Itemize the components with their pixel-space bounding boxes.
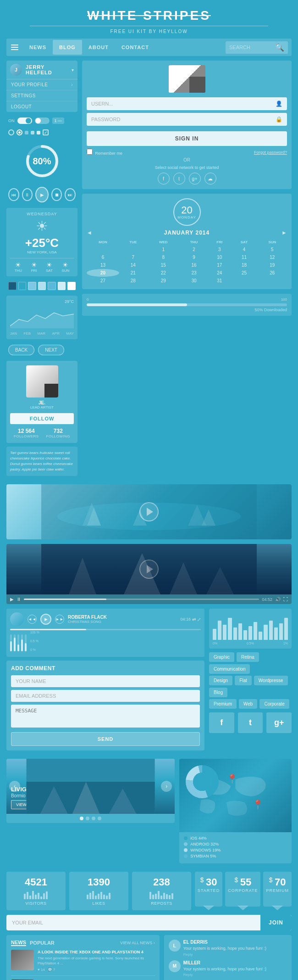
tag-retina[interactable]: Retina [237,652,259,662]
calendar-cell[interactable]: 18 [231,261,258,269]
vc-fullscreen-icon[interactable]: ⛶ [283,597,288,602]
vc-volume-icon[interactable]: 🔊 [275,597,281,602]
username-field[interactable]: 👤 [87,97,287,110]
twitter-share-btn[interactable]: t [238,712,263,733]
user-header[interactable]: J JERRY HELFELD ▾ [6,61,77,79]
radio-btn-2[interactable] [17,129,22,135]
carousel-dot-3[interactable] [92,817,95,820]
view-all-news[interactable]: VIEW ALL NEWS › [120,941,155,945]
calendar-cell[interactable]: 1 [147,246,180,253]
signin-button[interactable]: SIGN IN [87,131,287,146]
search-box[interactable]: 🔍 [226,41,288,54]
calendar-cell[interactable]: 19 [258,261,287,269]
play-btn[interactable]: ▶ [35,187,49,202]
vc-pause-btn[interactable]: ⏸ [17,597,21,602]
gplus-share-btn[interactable]: g+ [266,712,292,733]
music-shuffle-icon[interactable]: ⇄ [192,617,196,622]
calendar-cell[interactable]: 25 [231,269,258,277]
checkbox[interactable]: ✓ [43,129,49,135]
toggle-on[interactable] [17,118,32,124]
facebook-share-btn[interactable]: f [209,712,234,733]
tag-flat[interactable]: Flat [235,676,252,685]
carousel-dot-4[interactable] [98,817,101,820]
eq-slider-4[interactable] [21,634,23,651]
calendar-cell[interactable]: 2 [180,246,209,253]
rewind-btn[interactable]: ⏮ [8,188,19,201]
comment-reply-1[interactable]: Reply [183,952,266,957]
calendar-cell[interactable]: 17 [208,261,231,269]
calendar-cell[interactable]: 3 [208,246,231,253]
menu-icon[interactable] [6,45,23,50]
calendar-cell[interactable]: 26 [258,269,287,277]
calendar-cell[interactable]: 14 [119,261,147,269]
nav-item-blog[interactable]: BLOG [53,40,82,55]
tag-communication[interactable]: Communication [209,664,250,674]
calendar-cell[interactable]: 15 [147,261,180,269]
carousel-next-btn[interactable]: › [161,781,172,792]
calendar-cell[interactable]: 13 [87,261,119,269]
square-indicator-3[interactable] [37,131,40,134]
toggle-off[interactable] [35,118,50,124]
comment-message-textarea[interactable] [11,705,200,728]
swatch-4[interactable] [38,282,46,290]
swatch-5[interactable] [48,282,56,290]
tag-wordpresse[interactable]: Wordpresse [254,676,288,685]
calendar-prev-btn[interactable]: ◄ [87,230,92,236]
swatch-7[interactable] [67,282,76,290]
tag-web[interactable]: Web [239,699,257,709]
calendar-cell[interactable]: 10 [208,253,231,261]
password-field[interactable]: 🔒 [87,113,287,126]
calendar-cell[interactable]: 5 [258,246,287,253]
back-button[interactable]: BACK [8,345,34,355]
carousel-prev-btn[interactable]: ‹ [9,781,20,792]
calendar-cell[interactable]: 12 [258,253,287,261]
music-play-btn[interactable]: ▶ [40,614,51,625]
calendar-cell[interactable]: 11 [231,253,258,261]
calendar-cell[interactable]: 31 [208,277,231,285]
carousel-dot-1[interactable] [80,817,83,820]
music-expand-icon[interactable]: ⤢ [197,617,201,622]
username-input[interactable] [91,101,276,106]
user-menu-profile[interactable]: YOUR PROFILE › [6,79,77,90]
news-comment-btn[interactable]: 💬 7 [48,968,55,972]
calendar-cell[interactable]: 24 [208,269,231,277]
radio-btn-1[interactable] [8,129,14,135]
stop-btn[interactable]: ⏹ [51,188,62,201]
calendar-cell[interactable]: 4 [231,246,258,253]
email-signup-input[interactable] [6,915,260,930]
vc-progress-bar[interactable] [24,599,259,600]
square-indicator-2[interactable] [31,131,34,134]
eq-slider-1[interactable] [10,634,12,651]
remember-me-label[interactable]: Remember me [87,149,122,156]
forgot-password-link[interactable]: Forgot password? [254,150,287,155]
nav-item-news[interactable]: NEWS [23,40,53,55]
square-indicator[interactable] [25,131,28,134]
music-prev-btn[interactable]: ◄◄ [28,615,37,624]
swatch-6[interactable] [58,282,66,290]
swatch-3[interactable] [28,282,36,290]
comment-name-input[interactable] [11,675,200,687]
facebook-login-btn[interactable]: f [158,173,170,185]
calendar-cell[interactable]: 20 [87,269,119,277]
user-menu-logout[interactable]: LOGOUT [6,101,77,112]
calendar-cell[interactable]: 22 [147,269,180,277]
calendar-cell[interactable]: 28 [119,277,147,285]
search-input[interactable] [229,45,275,50]
tag-blog[interactable]: Blog [209,688,227,697]
calendar-cell[interactable]: 29 [147,277,180,285]
follow-button[interactable]: FOLLOW [10,413,74,424]
calendar-cell[interactable]: 7 [119,253,147,261]
carousel-dot-2[interactable] [86,817,89,820]
tag-graphic[interactable]: Graphic [209,652,234,662]
music-progress-bar[interactable] [10,629,201,630]
calendar-cell[interactable]: 8 [147,253,180,261]
eq-slider-2[interactable] [14,634,16,651]
news-like-btn[interactable]: ♥ 14 [38,968,45,972]
swatch-2[interactable] [18,282,27,290]
twitter-login-btn[interactable]: t [173,173,185,185]
calendar-cell[interactable]: 30 [180,277,209,285]
comment-email-input[interactable] [11,690,200,702]
comment-send-button[interactable]: SEND [11,732,200,746]
news-tab-popular[interactable]: POPULAR [30,940,55,946]
tag-corporate[interactable]: Corporate [259,699,289,709]
